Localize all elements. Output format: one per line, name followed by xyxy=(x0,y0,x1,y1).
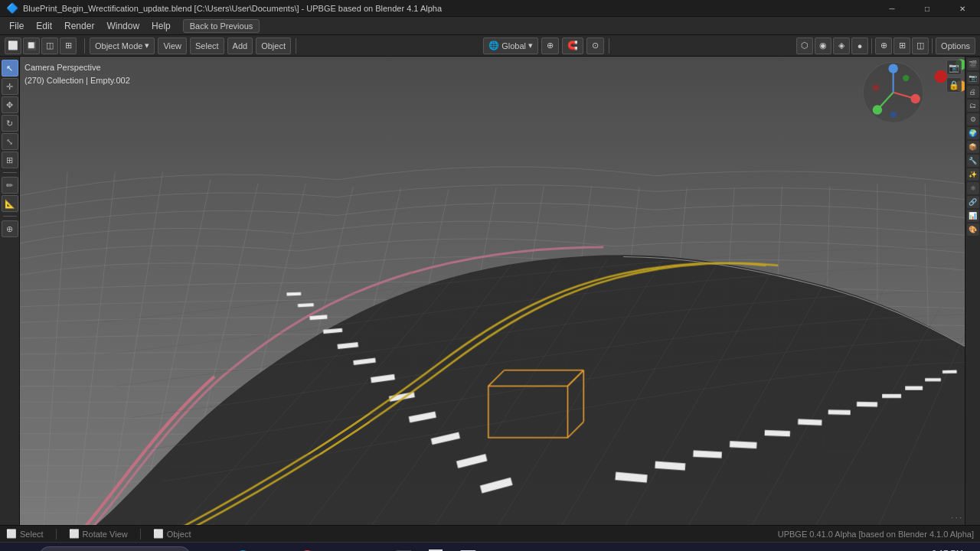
status-sep-1 xyxy=(56,529,57,540)
global-icon: 🌐 xyxy=(488,41,499,51)
object-menu[interactable]: Object xyxy=(256,37,291,54)
add-object-btn[interactable]: ⊕ xyxy=(2,220,18,237)
back-to-previous-button[interactable]: Back to Previous xyxy=(183,19,260,33)
viewport-shading-4[interactable]: ● xyxy=(851,37,868,54)
minimize-button[interactable]: ─ xyxy=(874,0,910,17)
excel-app[interactable]: 📊 xyxy=(453,544,482,552)
object-prop-btn[interactable]: 📦 xyxy=(967,141,979,153)
viewport-shading-3[interactable]: ◈ xyxy=(833,37,850,54)
toolbar-sep-3 xyxy=(609,38,609,54)
xray-toggle[interactable]: ◫ xyxy=(912,37,929,54)
svg-text:X: X xyxy=(910,96,916,103)
svg-rect-53 xyxy=(857,402,877,407)
options-btn[interactable]: Options xyxy=(936,37,975,54)
scene-prop-btn[interactable]: 🎬 xyxy=(967,58,979,70)
particles-btn[interactable]: ✨ xyxy=(967,168,979,181)
add-menu[interactable]: Add xyxy=(227,37,253,54)
render-prop-btn[interactable]: 📷 xyxy=(967,72,979,84)
transform-tool-btn[interactable]: ⊞ xyxy=(2,152,18,168)
rotate-tool-btn[interactable]: ↻ xyxy=(2,115,18,132)
scene-svg: X Y Z xyxy=(20,57,965,525)
blender-app[interactable]: ◈ xyxy=(357,544,386,552)
object-mode-label: Object Mode xyxy=(95,41,142,51)
svg-point-75 xyxy=(873,84,879,90)
data-btn[interactable]: 📊 xyxy=(967,210,979,222)
edge-app[interactable]: 🌐 xyxy=(228,544,257,552)
viewport-dots: · · · xyxy=(951,514,962,522)
close-button[interactable]: ✕ xyxy=(945,0,980,17)
cursor-tool-btn[interactable]: ✛ xyxy=(2,78,18,95)
global-dropdown[interactable]: 🌐 Global ▾ xyxy=(483,37,538,54)
orange-app[interactable]: 🔴 xyxy=(292,544,322,552)
annotate-tool-btn[interactable]: ✏ xyxy=(2,177,18,194)
viewport-shading-2[interactable]: ◉ xyxy=(815,37,831,54)
taskbar-search[interactable]: 🔍 Search xyxy=(38,546,191,552)
tray-time: 2:17 PM xyxy=(932,549,969,552)
select-status: ⬜ Select xyxy=(6,529,44,539)
svg-rect-55 xyxy=(905,386,923,390)
constraints-btn[interactable]: 🔗 xyxy=(967,196,979,208)
snap-btn[interactable]: 🧲 xyxy=(562,37,583,54)
titlebar: 🔷 BluePrint_Begin_Wrectification_update.… xyxy=(0,0,980,17)
viewport-icon-1[interactable]: ⬜ xyxy=(5,37,21,54)
menu-help[interactable]: Help xyxy=(145,19,177,33)
global-label: Global xyxy=(501,41,526,51)
tray-clock[interactable]: 2:17 PM 10/2/2023 xyxy=(932,549,969,552)
game-app[interactable]: 🎮 xyxy=(325,544,354,552)
viewport-icon-4[interactable]: ⊞ xyxy=(60,37,77,54)
view-layer-btn[interactable]: 🗂 xyxy=(967,99,979,112)
select-menu[interactable]: Select xyxy=(190,37,224,54)
gizmo-toggle[interactable]: ⊕ xyxy=(875,37,892,54)
start-button[interactable]: ⊞ xyxy=(5,544,35,552)
viewport-camera-btn[interactable]: 📷 xyxy=(946,60,962,75)
toolbar-sep-4 xyxy=(871,38,872,54)
world-btn[interactable]: 🌍 xyxy=(967,127,979,139)
app-icon: 🔷 xyxy=(6,2,18,14)
tool-sep-1 xyxy=(3,172,17,173)
menu-file[interactable]: File xyxy=(3,19,30,33)
statusbar: ⬜ Select ⬜ Rotate View ⬜ Object UPBGE 0.… xyxy=(0,525,980,542)
menu-render[interactable]: Render xyxy=(58,19,100,33)
svg-text:Y: Y xyxy=(875,107,880,115)
terminal-app[interactable]: ⬛ xyxy=(389,544,418,552)
physics-btn[interactable]: ⚛ xyxy=(967,182,979,194)
rotate-icon: ⬜ xyxy=(69,529,80,539)
object-status: ⬜ Object xyxy=(153,529,191,539)
menu-edit[interactable]: Edit xyxy=(30,19,58,33)
svg-rect-57 xyxy=(942,370,957,373)
scale-tool-btn[interactable]: ⤡ xyxy=(2,133,18,150)
object-status-label: Object xyxy=(167,530,191,539)
file-explorer-app[interactable]: 📁 xyxy=(260,544,289,552)
viewport-icon-3[interactable]: ◫ xyxy=(41,37,58,54)
toolbar-sep-5 xyxy=(932,38,933,54)
modifier-btn[interactable]: 🔧 xyxy=(967,155,979,167)
taskbar-tray: 📶 🔊 🔋 2:17 PM 10/2/2023 xyxy=(874,549,975,552)
svg-rect-52 xyxy=(828,409,851,415)
viewport-icon-buttons: 📷 🔒 xyxy=(946,60,962,93)
blender2-app[interactable]: 🅱 xyxy=(421,544,450,552)
rotate-status: ⬜ Rotate View xyxy=(69,529,128,539)
viewport-lock-btn[interactable]: 🔒 xyxy=(946,77,962,93)
viewport-shading-1[interactable]: ⬡ xyxy=(796,37,813,54)
measure-tool-btn[interactable]: 📐 xyxy=(2,195,18,212)
output-prop-btn[interactable]: 🖨 xyxy=(967,86,979,98)
viewport-icon-2[interactable]: 🔲 xyxy=(23,37,40,54)
view-menu[interactable]: View xyxy=(158,37,187,54)
menubar: File Edit Render Window Help Back to Pre… xyxy=(0,17,980,35)
toolbar-sep-2 xyxy=(296,38,296,54)
viewport[interactable]: X Y Z Camera Perspective (270 xyxy=(20,57,965,525)
maximize-button[interactable]: □ xyxy=(910,0,945,17)
overlay-toggle[interactable]: ⊞ xyxy=(893,37,910,54)
object-mode-dropdown[interactable]: Object Mode ▾ xyxy=(90,37,155,54)
transform-btn[interactable]: ⊕ xyxy=(541,37,559,54)
main-layout: ↖ ✛ ✥ ↻ ⤡ ⊞ ✏ 📐 ⊕ xyxy=(0,57,980,525)
scene-obj-btn[interactable]: ⚙ xyxy=(967,113,979,126)
move-tool-btn[interactable]: ✥ xyxy=(2,96,18,113)
proportional-btn[interactable]: ⊙ xyxy=(586,37,604,54)
status-sep-2 xyxy=(140,529,141,540)
task-view-button[interactable]: ⬡ xyxy=(194,544,225,552)
select-tool-btn[interactable]: ↖ xyxy=(2,60,18,77)
svg-point-76 xyxy=(903,75,909,81)
menu-window[interactable]: Window xyxy=(100,19,145,33)
material-btn[interactable]: 🎨 xyxy=(967,223,979,236)
